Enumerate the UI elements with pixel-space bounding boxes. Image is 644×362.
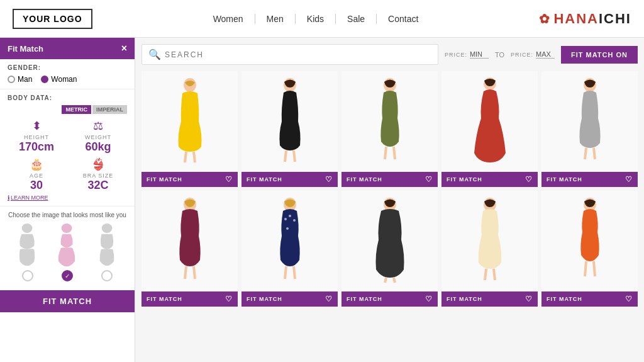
body-data-grid: ⬍ HEIGHT 170cm ⚖ WEIGHT 60kg 🎂 AGE 30 👙 … xyxy=(8,119,127,192)
heart-icon-6[interactable]: ♡ xyxy=(225,295,233,303)
shape-selector-2[interactable] xyxy=(62,270,73,281)
product-image-9 xyxy=(441,191,538,291)
svg-point-20 xyxy=(284,218,287,220)
shape-selector-1[interactable] xyxy=(22,270,33,281)
sidebar-close-button[interactable]: × xyxy=(121,43,127,54)
product-footer-3: FIT MATCH ♡ xyxy=(341,172,438,187)
fit-match-button[interactable]: FIT MATCH xyxy=(0,290,135,312)
learn-more-link[interactable]: ℹ LEARN MORE xyxy=(8,195,127,201)
bra-icon: 👙 xyxy=(69,157,127,171)
product-footer-6: FIT MATCH ♡ xyxy=(142,291,238,307)
heart-icon-8[interactable]: ♡ xyxy=(425,295,433,303)
svg-line-14 xyxy=(585,148,586,159)
product-image-8 xyxy=(341,191,438,291)
product-figure-5 xyxy=(565,77,615,166)
gender-section: GENDER: Man Woman xyxy=(0,59,135,89)
gender-radio-group: Man Woman xyxy=(8,75,127,84)
product-footer-5: FIT MATCH ♡ xyxy=(541,172,638,187)
product-label-4: FIT MATCH xyxy=(447,176,482,183)
heart-icon-7[interactable]: ♡ xyxy=(325,295,333,303)
shape-selector-3[interactable] xyxy=(101,270,113,281)
gender-woman-radio[interactable] xyxy=(41,76,48,83)
weight-item: ⚖ WEIGHT 60kg xyxy=(69,119,127,154)
product-card-4: FIT MATCH ♡ xyxy=(441,71,538,187)
brand-flower-icon: ✿ xyxy=(539,11,551,26)
gender-woman-option[interactable]: Woman xyxy=(41,75,77,84)
weight-icon: ⚖ xyxy=(69,119,127,133)
metric-button[interactable]: METRIC xyxy=(62,105,91,114)
heart-icon-1[interactable]: ♡ xyxy=(225,175,233,184)
gender-woman-label: Woman xyxy=(51,75,77,84)
product-figure-4 xyxy=(465,77,515,166)
nav-kids[interactable]: Kids xyxy=(296,14,336,24)
product-card-8: FIT MATCH ♡ xyxy=(341,191,438,307)
bra-label: BRA SIZE xyxy=(69,173,127,179)
heart-icon-5[interactable]: ♡ xyxy=(625,175,633,184)
svg-line-4 xyxy=(185,152,186,162)
product-label-8: FIT MATCH xyxy=(347,296,382,302)
product-image-10 xyxy=(541,191,638,291)
height-label: HEIGHT xyxy=(8,134,65,140)
body-shape-hourglass[interactable] xyxy=(13,223,42,281)
imperial-button[interactable]: IMPERIAL xyxy=(92,105,127,114)
svg-line-24 xyxy=(285,266,286,279)
product-figure-1 xyxy=(165,77,215,166)
search-input-wrap: 🔍 xyxy=(142,44,438,65)
body-shape-pear[interactable] xyxy=(53,223,81,281)
product-card-3: FIT MATCH ♡ xyxy=(341,71,438,187)
brand-name-dark: ICHI xyxy=(599,11,631,27)
weight-value[interactable]: 60kg xyxy=(69,140,127,154)
heart-icon-4[interactable]: ♡ xyxy=(525,175,533,184)
svg-line-34 xyxy=(594,261,595,276)
price-max-value[interactable]: MAX xyxy=(536,50,555,59)
height-icon: ⬍ xyxy=(8,119,65,133)
age-value[interactable]: 30 xyxy=(8,179,65,192)
product-label-5: FIT MATCH xyxy=(547,176,582,183)
product-label-3: FIT MATCH xyxy=(347,176,382,183)
heart-icon-9[interactable]: ♡ xyxy=(525,295,533,303)
product-image-6 xyxy=(142,191,238,291)
gender-man-radio[interactable] xyxy=(8,76,15,83)
body-shape-hourglass-svg xyxy=(13,223,42,268)
nav-women[interactable]: Women xyxy=(202,14,255,24)
heart-icon-10[interactable]: ♡ xyxy=(625,295,633,303)
svg-line-25 xyxy=(294,266,295,279)
bra-value[interactable]: 32C xyxy=(69,179,127,192)
gender-man-option[interactable]: Man xyxy=(8,75,32,84)
learn-more-text: LEARN MORE xyxy=(11,195,48,201)
age-label: AGE xyxy=(8,173,65,179)
nav-contact[interactable]: Contact xyxy=(377,14,430,24)
price-min-label: PRICE: xyxy=(445,52,467,58)
age-item: 🎂 AGE 30 xyxy=(8,157,65,192)
svg-point-1 xyxy=(62,223,72,233)
product-card-1: FIT MATCH ♡ xyxy=(142,71,238,187)
price-max-group: PRICE: MAX xyxy=(511,50,555,59)
heart-icon-3[interactable]: ♡ xyxy=(425,175,433,184)
price-min-value[interactable]: MIN xyxy=(470,50,489,59)
svg-point-21 xyxy=(289,215,291,217)
search-bar: 🔍 PRICE: MIN TO PRICE: MAX FIT MATCH ON xyxy=(142,44,638,65)
sidebar-title: Fit Match xyxy=(8,44,43,54)
height-value[interactable]: 170cm xyxy=(8,140,65,154)
svg-point-23 xyxy=(286,227,289,230)
age-icon: 🎂 xyxy=(8,157,65,171)
search-input[interactable] xyxy=(165,50,431,59)
nav-sale[interactable]: Sale xyxy=(336,14,377,24)
product-card-5: FIT MATCH ♡ xyxy=(541,71,638,187)
body-shape-athletic-svg xyxy=(93,223,121,268)
bra-item: 👙 BRA SIZE 32C xyxy=(69,157,127,192)
product-figure-9 xyxy=(465,197,515,285)
svg-line-33 xyxy=(585,261,586,276)
product-card-7: FIT MATCH ♡ xyxy=(242,191,338,307)
body-data-section: BODY DATA: METRIC IMPERIAL ⬍ HEIGHT 170c… xyxy=(0,89,135,206)
product-footer-9: FIT MATCH ♡ xyxy=(441,291,538,307)
fit-match-on-button[interactable]: FIT MATCH ON xyxy=(561,46,638,64)
product-card-6: FIT MATCH ♡ xyxy=(142,191,238,307)
body-shape-athletic[interactable] xyxy=(93,223,121,281)
price-max-label: PRICE: xyxy=(511,52,533,58)
product-label-10: FIT MATCH xyxy=(547,296,582,302)
product-figure-7 xyxy=(265,197,315,285)
nav-men[interactable]: Men xyxy=(255,14,296,24)
heart-icon-2[interactable]: ♡ xyxy=(325,175,333,184)
product-card-9: FIT MATCH ♡ xyxy=(441,191,538,307)
